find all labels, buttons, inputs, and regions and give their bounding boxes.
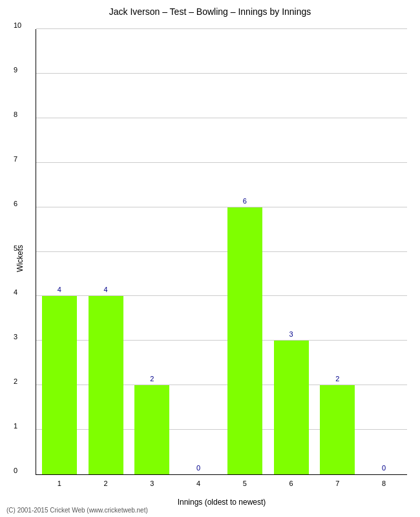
bar-label-inning-5: 6 (243, 197, 247, 205)
grid-line (36, 207, 407, 207)
y-axis-label: 4 (14, 288, 17, 296)
x-axis-label-3: 3 (150, 480, 154, 487)
bar-label-inning-7: 2 (335, 375, 339, 383)
y-axis-label: 2 (14, 377, 17, 385)
y-axis-label: 0 (14, 467, 17, 474)
x-axis-title: Innings (oldest to newest) (36, 498, 407, 507)
x-axis-label-7: 7 (335, 480, 339, 487)
bar-inning-7: 2 (320, 385, 355, 474)
grid-line (36, 28, 407, 29)
grid-line (36, 162, 407, 163)
x-axis-label-4: 4 (196, 480, 200, 487)
bar-label-inning-8: 0 (382, 464, 386, 472)
x-axis-label-6: 6 (289, 480, 293, 487)
bar-inning-1: 4 (42, 296, 77, 474)
y-axis-label: 10 (14, 21, 21, 29)
chart-area: Innings (oldest to newest) 0123456789104… (36, 29, 407, 475)
chart-container: Jack Iverson – Test – Bowling – Innings … (0, 0, 420, 517)
y-axis-label: 7 (14, 155, 17, 163)
y-axis-label: 3 (14, 333, 17, 341)
grid-line (36, 118, 407, 118)
grid-line (36, 73, 407, 74)
bar-label-inning-6: 3 (289, 330, 293, 338)
grid-line (36, 251, 407, 252)
bar-inning-6: 3 (274, 341, 309, 474)
bar-inning-5: 6 (227, 207, 262, 474)
bar-label-inning-2: 4 (104, 286, 108, 293)
y-axis-label: 9 (14, 66, 17, 74)
y-axis-label: 6 (14, 200, 17, 207)
y-axis-label: 8 (14, 111, 17, 118)
bar-label-inning-3: 2 (150, 375, 154, 383)
chart-title: Jack Iverson – Test – Bowling – Innings … (0, 6, 420, 17)
bar-label-inning-1: 4 (58, 286, 61, 293)
x-axis-label-2: 2 (104, 480, 108, 487)
bar-inning-3: 2 (134, 385, 169, 474)
y-axis-label: 5 (14, 244, 17, 252)
x-axis-label-5: 5 (243, 480, 247, 487)
y-axis-label: 1 (14, 422, 17, 430)
copyright-text: (C) 2001-2015 Cricket Web (www.cricketwe… (6, 507, 148, 514)
bar-label-inning-4: 0 (196, 464, 200, 472)
x-axis-label-8: 8 (382, 480, 386, 487)
bar-inning-2: 4 (89, 296, 123, 474)
x-axis-label-1: 1 (58, 480, 61, 487)
